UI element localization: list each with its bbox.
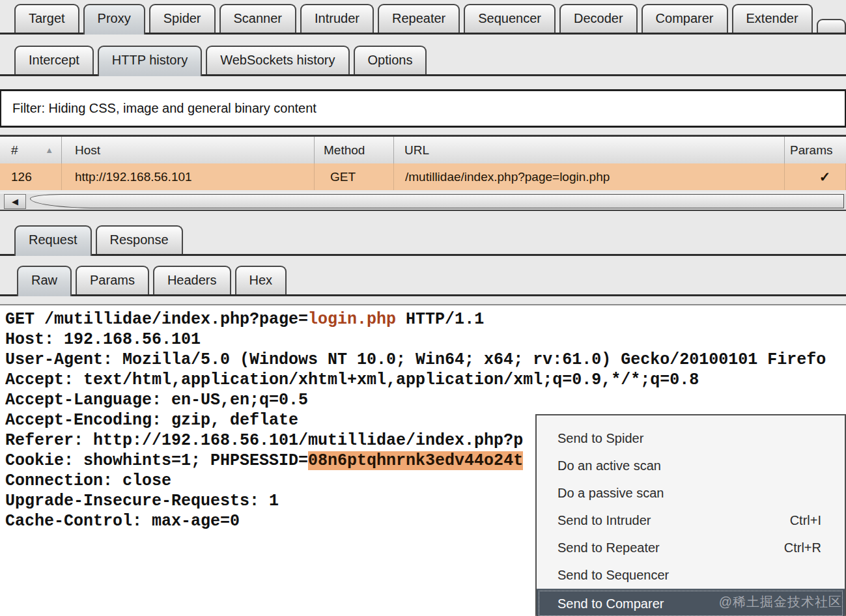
tab-label: Hex [249,273,273,287]
watermark: @稀土掘金技术社区 [719,593,842,611]
cell-number: 126 [0,163,62,190]
tab-options[interactable]: Options [354,46,427,74]
tab-spider[interactable]: Spider [149,4,216,33]
request-text: HTTP/1.1 [396,310,484,329]
menu-item-do-a-passive-scan[interactable]: Do a passive scan [537,479,845,507]
menu-item-send-to-intruder[interactable]: Send to IntruderCtrl+I [537,507,845,534]
tab-label: Intercept [29,53,79,67]
column-header-label: Params [790,143,832,158]
request-text: Referer: http://192.168.56.101/mutillida… [5,431,523,450]
tab-label: Extender [746,11,798,25]
tab-label: HTTP history [112,53,188,67]
tab-label: Options [368,53,413,67]
request-line: GET /mutillidae/index.php?page=login.php… [5,309,846,329]
tab-label: Repeater [392,11,445,25]
context-menu: Send to SpiderDo an active scanDo a pass… [535,414,846,616]
scroll-left-button[interactable]: ◀ [4,194,26,209]
tab-scanner[interactable]: Scanner [219,4,297,33]
column-header-params[interactable]: Params [785,137,846,163]
request-text: Accept-Language: en-US,en;q=0.5 [5,391,308,410]
tab-label: Raw [31,273,57,287]
filter-text: Filter: Hiding CSS, image and general bi… [12,101,317,116]
view-tab-bar: RawParamsHeadersHex [0,266,846,296]
column-header-label: Method [324,143,365,158]
tab-extender[interactable]: Extender [732,4,813,33]
tab-label: Headers [167,273,217,287]
menu-item-label: Do a passive scan [557,486,664,501]
column-header-label: Host [75,143,100,158]
menu-item-label: Do an active scan [557,458,661,473]
scrollbar-thumb[interactable] [30,194,844,208]
request-line: Host: 192.168.56.101 [5,329,846,350]
tab-intercept[interactable]: Intercept [14,46,94,74]
tab-websockets-history[interactable]: WebSockets history [206,46,349,74]
tab-decoder[interactable]: Decoder [559,4,638,33]
tab-intruder[interactable]: Intruder [300,4,374,33]
sort-ascending-icon: ▲ [45,145,53,155]
menu-item-label: Send to Repeater [557,540,660,555]
menu-item-send-to-sequencer[interactable]: Send to Sequencer [537,561,845,589]
cell-host: http://192.168.56.101 [62,163,315,190]
tab-target[interactable]: Target [14,4,79,33]
scroll-left-arrow-icon: ◀ [12,197,18,206]
highlighted-param-value: login.php [308,310,396,329]
tab-label: Response [110,232,169,247]
menu-item-do-an-active-scan[interactable]: Do an active scan [537,452,845,479]
request-line: User-Agent: Mozilla/5.0 (Windows NT 10.0… [5,350,846,370]
tab-label: Params [90,273,135,287]
menu-item-send-to-spider[interactable]: Send to Spider [537,425,845,452]
filter-bar[interactable]: Filter: Hiding CSS, image and general bi… [0,89,846,128]
request-text: Accept-Encoding: gzip, deflate [5,411,298,430]
tab-response[interactable]: Response [96,225,183,254]
tab-label: Request [29,232,78,247]
column-header-host[interactable]: Host [62,137,315,163]
tab-raw[interactable]: Raw [17,266,72,296]
tab-proxy[interactable]: Proxy [83,4,145,35]
tab-blank[interactable] [817,19,846,33]
column-header-url[interactable]: URL [394,137,785,163]
request-line: Accept: text/html,application/xhtml+xml,… [5,370,846,390]
message-tab-bar: RequestResponse [0,225,846,256]
tab-hex[interactable]: Hex [235,266,287,294]
tab-sequencer[interactable]: Sequencer [464,4,556,33]
tab-request[interactable]: Request [14,225,92,256]
request-text: GET /mutillidae/index.php?page= [5,310,308,329]
request-text: Host: 192.168.56.101 [5,330,201,349]
request-text: User-Agent: Mozilla/5.0 (Windows NT 10.0… [5,350,826,369]
tab-comparer[interactable]: Comparer [642,4,728,33]
column-header-label: # [11,143,18,158]
main-tab-bar: TargetProxySpiderScannerIntruderRepeater… [0,4,846,35]
menu-item-label: Send to Spider [557,431,643,446]
tab-label: Scanner [234,11,283,25]
tab-label: WebSockets history [220,53,335,67]
tab-label: Target [29,11,65,25]
tab-params[interactable]: Params [76,266,149,294]
tab-headers[interactable]: Headers [153,266,231,294]
horizontal-scrollbar[interactable]: ◀ [0,193,846,211]
column-header-number[interactable]: # ▲ [0,137,62,163]
menu-item-label: Send to Comparer [557,596,664,611]
tab-label: Comparer [656,11,714,25]
tab-label: Spider [163,11,201,25]
tab-label: Proxy [98,11,131,25]
request-text: Upgrade-Insecure-Requests: 1 [5,492,279,511]
params-check-icon: ✓ [785,163,846,190]
cell-method: GET [315,163,394,190]
tab-http-history[interactable]: HTTP history [98,46,202,76]
tab-label: Intruder [315,11,360,25]
column-header-method[interactable]: Method [315,137,394,163]
menu-item-label: Send to Sequencer [557,568,669,583]
tab-repeater[interactable]: Repeater [378,4,460,33]
menu-item-send-to-repeater[interactable]: Send to RepeaterCtrl+R [537,534,845,561]
proxy-tab-bar: InterceptHTTP historyWebSockets historyO… [0,46,846,76]
section-divider [0,210,846,211]
highlighted-cookie-value: 08n6ptqhnrnk3edv44o24t [308,451,523,470]
burp-suite-window: TargetProxySpiderScannerIntruderRepeater… [0,0,846,616]
history-table-row-selected[interactable]: 126 http://192.168.56.101 GET /mutillida… [0,163,846,190]
menu-item-shortcut: Ctrl+R [784,540,821,555]
request-text: Accept: text/html,application/xhtml+xml,… [5,371,699,389]
request-text: Connection: close [5,471,171,490]
request-text: Cache-Control: max-age=0 [5,512,240,531]
menu-item-shortcut: Ctrl+I [790,513,821,528]
cell-url: /mutillidae/index.php?page=login.php [394,163,785,190]
